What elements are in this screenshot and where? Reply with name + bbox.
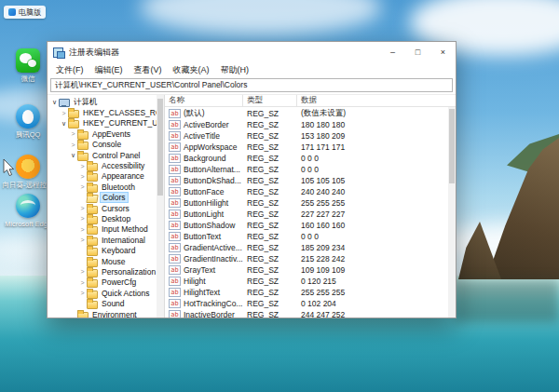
chevron-right-icon[interactable]: > — [78, 290, 87, 296]
tree-item-hkey-classes-root[interactable]: >HKEY_CLASSES_ROOT — [48, 107, 164, 117]
list-row[interactable]: abHilightREG_SZ0 120 215 — [165, 276, 448, 287]
value-name: ButtonText — [184, 232, 221, 241]
list-row[interactable]: abGradientInactiv...REG_SZ215 228 242 — [165, 253, 448, 264]
menu-file[interactable]: 文件(F) — [50, 64, 89, 76]
chevron-right-icon[interactable]: > — [69, 130, 77, 137]
reg-sz-icon: ab — [169, 299, 181, 308]
tree-item-label: Control Panel — [90, 151, 143, 160]
tree-item-cursors[interactable]: >Cursors — [48, 203, 164, 213]
value-data: 227 227 227 — [297, 210, 448, 219]
value-name: ButtonAlternat... — [184, 165, 240, 174]
list-pane: 名称 类型 数据 ab(默认)REG_SZ(数值未设置)abActiveBord… — [165, 95, 456, 318]
column-header-data[interactable]: 数据 — [297, 95, 456, 106]
chevron-right-icon[interactable]: > — [78, 205, 87, 211]
value-name: GradientInactiv... — [184, 254, 243, 264]
tree-item-sound[interactable]: Sound — [48, 298, 164, 308]
chevron-right-icon[interactable]: > — [60, 110, 68, 116]
list-row[interactable]: abButtonDkShad...REG_SZ105 105 105 — [165, 175, 448, 186]
column-header-type[interactable]: 类型 — [243, 95, 297, 106]
menu-edit[interactable]: 编辑(E) — [89, 64, 129, 76]
list-row[interactable]: abBackgroundREG_SZ0 0 0 — [165, 153, 448, 164]
tree-item-personalization[interactable]: >Personalization — [48, 266, 164, 277]
tree-item-accessibility[interactable]: >Accessibility — [48, 160, 164, 170]
reg-sz-icon: ab — [169, 277, 181, 286]
window-title: 注册表编辑器 — [69, 47, 119, 59]
list-row[interactable]: abButtonTextREG_SZ0 0 0 — [165, 231, 448, 242]
tree-item-label: Sound — [100, 299, 127, 308]
tree-item-appevents[interactable]: >AppEvents — [48, 128, 164, 139]
list-row[interactable]: abButtonAlternat...REG_SZ0 0 0 — [165, 164, 448, 175]
close-button[interactable]: × — [430, 42, 456, 62]
tree-item-international[interactable]: >International — [48, 235, 164, 245]
list-scrollbar-thumb[interactable] — [449, 109, 455, 183]
tree-item-label: International — [100, 236, 147, 245]
value-type: REG_SZ — [243, 142, 297, 152]
reg-sz-icon: ab — [169, 131, 181, 141]
list-row[interactable]: abAppWorkspaceREG_SZ171 171 171 — [165, 142, 448, 153]
tree-item-keyboard[interactable]: Keyboard — [48, 245, 164, 255]
tree-item-appearance[interactable]: >Appearance — [48, 171, 164, 182]
tree-item-colors[interactable]: Colors — [48, 193, 164, 203]
list-row[interactable]: abActiveTitleREG_SZ153 180 209 — [165, 130, 448, 142]
chevron-right-icon[interactable]: > — [78, 237, 87, 243]
maximize-button[interactable]: □ — [405, 42, 430, 62]
chevron-right-icon[interactable]: > — [78, 215, 87, 222]
list-row[interactable]: abButtonHilightREG_SZ255 255 255 — [165, 197, 448, 209]
address-input[interactable]: 计算机\HKEY_CURRENT_USER\Control Panel\Colo… — [50, 78, 453, 92]
reg-sz-icon: ab — [169, 254, 181, 264]
value-type: REG_SZ — [243, 310, 297, 318]
menu-help[interactable]: 帮助(H) — [215, 64, 255, 76]
chevron-right-icon[interactable]: > — [78, 173, 87, 180]
list-row[interactable]: abActiveBorderREG_SZ180 180 180 — [165, 119, 448, 130]
tree-item-console[interactable]: >Console — [48, 140, 164, 150]
tree-item-quick-actions[interactable]: >Quick Actions — [48, 288, 164, 298]
tree-scrollbar[interactable] — [157, 95, 164, 318]
list-header: 名称 类型 数据 — [165, 95, 456, 107]
chevron-down-icon[interactable]: ∨ — [60, 120, 68, 127]
menu-bar: 文件(F) 编辑(E) 查看(V) 收藏夹(A) 帮助(H) — [48, 62, 456, 77]
list-row[interactable]: abInactiveBorderREG_SZ244 247 252 — [165, 309, 448, 318]
chevron-right-icon[interactable]: > — [78, 279, 87, 286]
tree-scrollbar-thumb[interactable] — [157, 99, 163, 196]
chevron-right-icon[interactable]: > — [78, 163, 87, 169]
list-row[interactable]: abButtonShadowREG_SZ160 160 160 — [165, 220, 448, 231]
pc-version-badge[interactable]: 电脑版 — [4, 6, 46, 19]
value-data: 215 228 242 — [297, 254, 448, 264]
tree-item-[interactable]: ∨计算机 — [48, 97, 164, 107]
chevron-right-icon[interactable]: > — [69, 142, 77, 148]
list-row[interactable]: ab(默认)REG_SZ(数值未设置) — [165, 108, 448, 119]
cliff-reflection — [455, 279, 559, 322]
chevron-down-icon[interactable]: ∨ — [50, 99, 59, 105]
tree-item-desktop[interactable]: >Desktop — [48, 213, 164, 223]
list-scrollbar[interactable] — [448, 107, 456, 318]
list-row[interactable]: abHilightTextREG_SZ255 255 255 — [165, 287, 448, 298]
value-type: REG_SZ — [243, 243, 297, 252]
tree-item-powercfg[interactable]: >PowerCfg — [48, 277, 164, 288]
desktop-icon-label: Microsoft Edge — [5, 220, 51, 228]
tree-item-input-method[interactable]: >Input Method — [48, 224, 164, 235]
title-bar[interactable]: 注册表编辑器 – □ × — [48, 42, 456, 62]
tree-item-environment[interactable]: Environment — [48, 309, 164, 318]
value-name: ActiveBorder — [184, 120, 229, 129]
chevron-down-icon[interactable]: ∨ — [69, 152, 77, 158]
column-header-name[interactable]: 名称 — [165, 95, 243, 106]
tree-item-hkey-current-user[interactable]: ∨HKEY_CURRENT_USER — [48, 118, 164, 128]
tree-item-mouse[interactable]: Mouse — [48, 256, 164, 266]
list-row[interactable]: abButtonLightREG_SZ227 227 227 — [165, 209, 448, 220]
list-row[interactable]: abButtonFaceREG_SZ240 240 240 — [165, 186, 448, 197]
list-row[interactable]: abHotTrackingCo...REG_SZ0 102 204 — [165, 298, 448, 309]
menu-favorites[interactable]: 收藏夹(A) — [168, 64, 215, 76]
tree-item-bluetooth[interactable]: >Bluetooth — [48, 182, 164, 192]
chevron-right-icon[interactable]: > — [78, 183, 87, 190]
tree-item-control-panel[interactable]: ∨Control Panel — [48, 150, 164, 160]
tree-item-label: HKEY_CLASSES_ROOT — [81, 108, 165, 117]
chevron-right-icon[interactable]: > — [78, 268, 87, 275]
chevron-right-icon[interactable]: > — [78, 226, 87, 233]
list-row[interactable]: abGradientActive...REG_SZ185 209 234 — [165, 242, 448, 253]
value-name: GrayText — [184, 265, 215, 275]
minimize-button[interactable]: – — [380, 42, 405, 62]
folder-icon — [68, 118, 79, 128]
list-row[interactable]: abGrayTextREG_SZ109 109 109 — [165, 264, 448, 276]
desktop-icon-label: 微信 — [21, 74, 35, 83]
menu-view[interactable]: 查看(V) — [129, 64, 168, 76]
